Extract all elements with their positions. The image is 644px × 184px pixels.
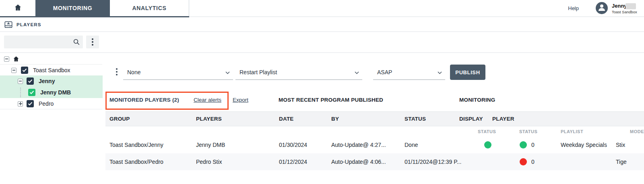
cell-mode: Tige xyxy=(616,153,627,170)
program-published-header: MOST RECENT PROGRAM PUBLISHED xyxy=(279,97,383,103)
player-status-dot xyxy=(520,141,527,148)
export-link[interactable]: Export xyxy=(233,97,248,103)
tree-row-jenny-dmb[interactable]: Jenny DMB xyxy=(0,87,103,98)
cell-group: Toast Sandbox/Pedro xyxy=(109,153,163,170)
tree-connector-line xyxy=(20,88,21,97)
monitoring-header: MONITORING xyxy=(459,97,495,103)
tree-item-label: Jenny DMB xyxy=(40,89,71,96)
subcolumn-player-status: STATUS xyxy=(519,128,537,136)
chevron-down-icon xyxy=(355,69,359,75)
cell-players: Jenny DMB xyxy=(196,136,225,153)
user-name-redaction xyxy=(625,3,636,9)
tab-monitoring[interactable]: MONITORING xyxy=(35,0,110,16)
chevron-down-icon xyxy=(225,69,230,75)
cell-alert-count: 0 xyxy=(531,153,535,170)
column-header-by[interactable]: BY xyxy=(331,111,339,126)
group-select[interactable]: None xyxy=(123,65,233,80)
monitored-players-title: MONITORED PLAYERS (2) xyxy=(109,97,179,103)
cell-group: Toast Sandbox/Jenny xyxy=(109,136,163,153)
cell-date: 01/30/2024 xyxy=(279,136,307,153)
expand-icon[interactable] xyxy=(18,101,23,107)
action-select-value: Restart Playlist xyxy=(239,69,277,75)
cell-alert-count: 0 xyxy=(531,136,535,153)
checkbox-checked[interactable] xyxy=(27,100,34,107)
user-name: Jenny xyxy=(612,3,627,9)
tree-row-toast-sandbox[interactable]: Toast Sandbox xyxy=(0,65,103,76)
players-title: PLAYERS xyxy=(17,17,41,32)
publish-options-kebab-button[interactable] xyxy=(114,66,120,77)
player-status-dot xyxy=(520,158,527,165)
home-button[interactable] xyxy=(0,0,35,16)
column-header-display[interactable]: DISPLAY xyxy=(459,111,483,126)
subcolumn-mode: MODE xyxy=(630,128,644,136)
cell-mode: Stix xyxy=(616,136,625,153)
column-header-group[interactable]: GROUP xyxy=(109,111,130,126)
chevron-down-icon xyxy=(438,69,442,75)
collapse-icon[interactable] xyxy=(11,68,17,73)
players-section-bar xyxy=(0,17,644,32)
group-select-value: None xyxy=(127,69,140,75)
schedule-select[interactable]: ASAP xyxy=(373,65,445,80)
column-header-players[interactable]: PLAYERS xyxy=(196,111,222,126)
tree-row-jenny[interactable]: Jenny xyxy=(0,75,103,87)
cell-date: 01/12/2024 xyxy=(279,153,307,170)
tree-home-icon xyxy=(13,56,19,62)
user-org: Toast Sandbox xyxy=(612,10,637,14)
action-select[interactable]: Restart Playlist xyxy=(235,65,362,80)
schedule-select-value: ASAP xyxy=(377,69,392,75)
table-header-row xyxy=(105,111,644,126)
collapse-icon[interactable] xyxy=(4,56,9,62)
display-status-dot xyxy=(484,141,491,148)
tree-item-label: Pedro xyxy=(39,100,54,107)
avatar[interactable] xyxy=(596,2,608,14)
tree-item-label: Toast Sandbox xyxy=(33,67,70,73)
tab-analytics-label: ANALYTICS xyxy=(132,5,166,11)
divider xyxy=(0,109,102,109)
cell-players: Pedro Stix xyxy=(196,153,222,170)
search-input[interactable] xyxy=(4,36,83,48)
column-header-player[interactable]: PLAYER xyxy=(492,111,514,126)
divider xyxy=(0,52,644,53)
help-link[interactable]: Help xyxy=(568,0,579,16)
checkbox-checked-green[interactable] xyxy=(28,89,35,96)
tab-monitoring-label: MONITORING xyxy=(53,5,93,11)
tree-row-root[interactable] xyxy=(0,53,103,65)
cell-status: Done xyxy=(405,136,418,153)
search-options-kebab-button[interactable] xyxy=(86,36,99,48)
user-icon xyxy=(597,2,607,14)
cell-by: Auto-Update@ 4:06... xyxy=(331,153,386,170)
home-icon xyxy=(14,4,22,13)
subcolumn-display-status: STATUS xyxy=(478,128,496,136)
tree-item-label: Jenny xyxy=(39,78,55,84)
column-header-date[interactable]: DATE xyxy=(279,111,294,126)
players-device-icon xyxy=(4,20,13,31)
checkbox-checked[interactable] xyxy=(21,67,28,74)
collapse-icon[interactable] xyxy=(18,79,23,84)
tree-row-pedro[interactable]: Pedro xyxy=(0,98,103,109)
cell-playlist: Weekday Specials xyxy=(561,136,607,153)
cell-status: 01/11/2024@12:39 P... xyxy=(405,153,461,170)
tab-analytics[interactable]: ANALYTICS xyxy=(110,0,189,16)
app-window: MONITORING ANALYTICS Help Jenny Toast Sa… xyxy=(0,0,644,184)
checkbox-checked[interactable] xyxy=(27,77,34,85)
column-header-status[interactable]: STATUS xyxy=(405,111,426,126)
cell-by: Auto-Update@ 4:27... xyxy=(331,136,386,153)
subcolumn-playlist: PLAYLIST xyxy=(561,128,583,136)
clear-alerts-link[interactable]: Clear alerts xyxy=(194,97,221,103)
publish-button[interactable]: PUBLISH xyxy=(450,65,485,80)
